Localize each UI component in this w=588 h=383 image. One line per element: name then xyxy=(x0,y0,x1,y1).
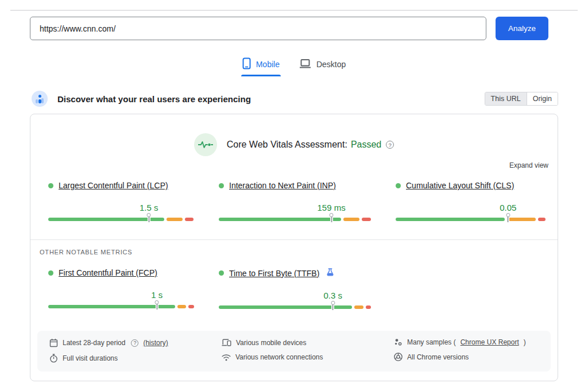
crux-link[interactable]: Chrome UX Report xyxy=(461,338,519,346)
device-coverage: Various mobile devices xyxy=(222,338,394,347)
good-status-dot-icon xyxy=(219,270,224,276)
toggle-origin[interactable]: Origin xyxy=(527,92,558,105)
lcp-value: 1.5 s xyxy=(140,203,158,212)
ttfb-distribution-bar: 0.3 s xyxy=(219,305,371,309)
metric-inp: Interaction to Next Paint (INP) 159 ms xyxy=(219,181,371,221)
mobile-phone-icon xyxy=(242,57,251,71)
analyze-button[interactable]: Analyze xyxy=(496,17,548,40)
fcp-value: 1 s xyxy=(151,290,163,300)
active-tab-underline xyxy=(241,75,281,76)
devices-icon xyxy=(222,338,231,347)
p75-pin-icon xyxy=(330,213,334,222)
metric-ttfb: Time to First Byte (TTFB) 0.3 s xyxy=(219,268,371,309)
p75-pin-icon xyxy=(506,213,510,222)
card-divider xyxy=(30,239,558,240)
metric-fcp: First Contentful Paint (FCP) 1 s xyxy=(48,268,194,309)
inp-distribution-bar: 159 ms xyxy=(219,218,371,221)
chrome-icon xyxy=(394,353,403,361)
help-icon[interactable]: ? xyxy=(386,141,394,149)
tab-mobile[interactable]: Mobile xyxy=(242,57,280,76)
scope-toggle: This URL Origin xyxy=(485,92,558,106)
good-status-dot-icon xyxy=(48,183,53,188)
good-status-dot-icon xyxy=(219,183,224,188)
other-metrics-row: First Contentful Paint (FCP) 1 s Time to… xyxy=(30,268,558,309)
lcp-distribution-bar: 1.5 s xyxy=(48,218,194,221)
lcp-link[interactable]: Largest Contentful Paint (LCP) xyxy=(59,181,168,190)
section-title: Discover what your real users are experi… xyxy=(57,94,485,104)
ttfb-link[interactable]: Time to First Byte (TTFB) xyxy=(229,269,319,278)
stopwatch-icon xyxy=(49,354,58,363)
inp-link[interactable]: Interaction to Next Paint (INP) xyxy=(229,181,336,190)
fcp-link[interactable]: First Contentful Paint (FCP) xyxy=(59,268,157,277)
fcp-distribution-bar: 1 s xyxy=(48,305,194,308)
samples-icon xyxy=(394,338,403,346)
good-status-dot-icon xyxy=(48,270,53,276)
visit-durations: Full visit durations xyxy=(49,354,222,363)
collection-period: Latest 28-day period ? (history) xyxy=(49,338,222,347)
core-metrics-row: Largest Contentful Paint (LCP) 1.5 s Int… xyxy=(30,181,558,221)
assessment-status: Passed xyxy=(351,140,381,150)
help-icon[interactable]: ? xyxy=(131,339,138,347)
wifi-icon xyxy=(222,354,231,361)
toggle-this-url[interactable]: This URL xyxy=(485,92,527,105)
assessment-title: Core Web Vitals Assessment: Passed ? xyxy=(227,140,394,150)
sample-size: Many samples (Chrome UX Report) xyxy=(394,338,539,346)
p75-pin-icon xyxy=(331,301,335,310)
tab-desktop[interactable]: Desktop xyxy=(299,57,346,76)
calendar-icon xyxy=(49,338,58,347)
p75-pin-icon xyxy=(147,213,151,222)
tab-desktop-label: Desktop xyxy=(316,60,346,69)
chrome-versions: All Chrome versions xyxy=(394,353,539,361)
pulse-icon xyxy=(194,133,217,156)
data-source-footer: Latest 28-day period ? (history) Full vi… xyxy=(37,331,551,372)
top-divider xyxy=(10,10,578,11)
network-coverage: Various network connections xyxy=(222,353,394,361)
good-status-dot-icon xyxy=(396,183,401,188)
desktop-icon xyxy=(299,59,311,71)
ttfb-value: 0.3 s xyxy=(323,291,342,300)
inp-value: 159 ms xyxy=(317,203,345,212)
cls-link[interactable]: Cumulative Layout Shift (CLS) xyxy=(406,181,514,190)
url-input[interactable] xyxy=(30,17,486,40)
history-link[interactable]: (history) xyxy=(143,339,168,347)
expand-view-button[interactable]: Expand view xyxy=(509,161,548,169)
p75-pin-icon xyxy=(155,300,159,310)
users-icon xyxy=(32,91,48,107)
device-tabs: Mobile Desktop xyxy=(0,57,588,76)
cls-distribution-bar: 0.05 xyxy=(396,218,546,221)
field-data-card: Core Web Vitals Assessment: Passed ? Exp… xyxy=(30,114,558,381)
tab-mobile-label: Mobile xyxy=(256,60,280,69)
metric-lcp: Largest Contentful Paint (LCP) 1.5 s xyxy=(48,181,194,221)
url-bar: Analyze xyxy=(30,17,558,40)
cls-value: 0.05 xyxy=(500,203,516,212)
metric-cls: Cumulative Layout Shift (CLS) 0.05 xyxy=(396,181,546,221)
other-metrics-label: OTHER NOTABLE METRICS xyxy=(40,249,558,256)
experimental-flask-icon[interactable] xyxy=(327,268,334,278)
